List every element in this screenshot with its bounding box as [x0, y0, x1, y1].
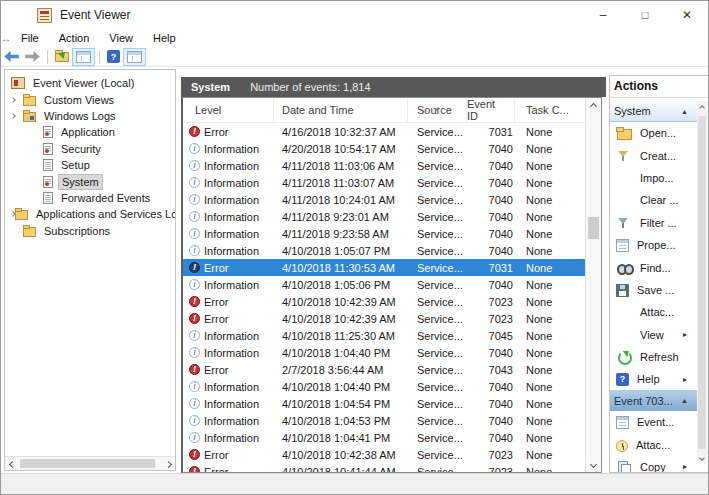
event-row[interactable]: Information 4/11/2018 11:03:06 AM Servic…: [183, 157, 585, 174]
event-row[interactable]: Information 4/10/2018 1:04:40 PM Service…: [183, 344, 585, 361]
datetime-cell: 4/10/2018 1:04:40 PM: [274, 381, 408, 393]
minimize-button[interactable]: –: [582, 1, 624, 29]
action-item[interactable]: Help ▸: [610, 368, 697, 390]
scrollbar-thumb[interactable]: [698, 116, 706, 449]
menu-item[interactable]: Help: [143, 32, 186, 44]
action-item[interactable]: Filter ...: [610, 212, 697, 234]
event-id-cell: 7040: [467, 228, 515, 240]
level-cell: Information: [183, 211, 274, 223]
event-row[interactable]: Information 4/10/2018 1:04:54 PM Service…: [183, 395, 585, 412]
event-row[interactable]: Information 4/11/2018 11:03:07 AM Servic…: [183, 174, 585, 191]
actions-scrollbar[interactable]: [697, 101, 707, 464]
action-item-icon: [616, 304, 632, 320]
action-item[interactable]: Creat...: [610, 144, 697, 166]
tree-item[interactable]: Setup: [5, 157, 175, 173]
export-list-button[interactable]: [52, 48, 72, 66]
maximize-button[interactable]: □: [624, 1, 666, 29]
source-cell: Service...: [408, 245, 467, 257]
action-item[interactable]: Copy ▸: [610, 456, 697, 473]
column-header-source[interactable]: Source: [408, 98, 467, 122]
event-row[interactable]: Information 4/11/2018 9:23:58 AM Service…: [183, 225, 585, 242]
tree-item[interactable]: Application: [5, 124, 175, 140]
menu-item[interactable]: Action: [49, 32, 100, 44]
collapse-icon[interactable]: ▲: [681, 108, 688, 115]
action-item[interactable]: Attac...: [610, 433, 697, 455]
event-row[interactable]: Error 4/10/2018 10:41:44 AM Service... 7…: [183, 463, 585, 472]
scroll-down-arrow[interactable]: [586, 457, 601, 471]
tree-expander-icon[interactable]: [11, 98, 23, 102]
table-vertical-scrollbar[interactable]: [585, 98, 601, 472]
scroll-up-arrow[interactable]: [697, 101, 707, 114]
tree-item-icon: [23, 227, 36, 237]
title-bar[interactable]: Event Viewer – □ ✕: [1, 1, 708, 29]
event-row[interactable]: Information 4/20/2018 10:54:17 AM Servic…: [183, 140, 585, 157]
tree-item[interactable]: Windows Logs: [5, 108, 175, 124]
action-item[interactable]: Save ...: [610, 279, 697, 301]
level-icon: [189, 313, 200, 324]
event-row[interactable]: Error 4/10/2018 10:42:39 AM Service... 7…: [183, 310, 585, 327]
column-header-event-id[interactable]: Event ID: [467, 98, 515, 122]
action-item[interactable]: Open...: [610, 122, 697, 144]
event-row[interactable]: Error 4/10/2018 11:30:53 AM Service... 7…: [183, 259, 585, 276]
actions-group-header[interactable]: System ▲: [610, 101, 697, 122]
menu-item[interactable]: File: [11, 32, 49, 44]
tree-item[interactable]: Event Viewer (Local): [5, 75, 175, 91]
event-row[interactable]: Error 4/10/2018 10:42:39 AM Service... 7…: [183, 293, 585, 310]
scroll-left-arrow[interactable]: [5, 457, 19, 471]
datetime-cell: 4/10/2018 11:25:30 AM: [274, 330, 408, 342]
action-item[interactable]: Impo...: [610, 167, 697, 189]
action-item[interactable]: Prope...: [610, 234, 697, 256]
event-row[interactable]: Information 4/11/2018 9:23:01 AM Service…: [183, 208, 585, 225]
scroll-down-arrow[interactable]: [697, 451, 707, 464]
collapse-icon[interactable]: ▲: [681, 397, 688, 404]
action-item[interactable]: Refresh: [610, 346, 697, 368]
event-row[interactable]: Information 4/10/2018 11:25:30 AM Servic…: [183, 327, 585, 344]
level-cell: Information: [183, 177, 274, 189]
back-button[interactable]: [1, 48, 22, 66]
column-header-level[interactable]: Level: [183, 98, 274, 122]
action-item[interactable]: View ▸: [610, 324, 697, 346]
tree-item[interactable]: Applications and Services Lo: [5, 206, 175, 222]
column-header-datetime[interactable]: Date and Time: [274, 98, 408, 122]
actions-group-header[interactable]: Event 703... ▲: [610, 390, 697, 411]
action-item[interactable]: Event...: [610, 411, 697, 433]
scrollbar-thumb[interactable]: [20, 459, 155, 468]
event-row[interactable]: Information 4/10/2018 1:05:06 PM Service…: [183, 276, 585, 293]
tree-item[interactable]: System: [5, 173, 175, 189]
show-hide-action-pane-button[interactable]: [123, 48, 146, 66]
datetime-cell: 4/10/2018 11:30:53 AM: [274, 262, 408, 274]
action-item[interactable]: Attac...: [610, 301, 697, 323]
show-hide-console-tree-button[interactable]: [72, 48, 95, 66]
column-header-task-category[interactable]: Task C...: [515, 98, 585, 122]
action-item[interactable]: Clear ...: [610, 189, 697, 211]
task-cell: None: [515, 177, 585, 189]
event-row[interactable]: Information 4/11/2018 10:24:01 AM Servic…: [183, 191, 585, 208]
action-item-label: Save ...: [637, 284, 674, 296]
scroll-right-arrow[interactable]: [161, 457, 175, 471]
forward-button[interactable]: [22, 48, 43, 66]
event-row[interactable]: Information 4/10/2018 1:04:53 PM Service…: [183, 412, 585, 429]
source-cell: Service...: [408, 381, 467, 393]
help-button[interactable]: ?: [104, 48, 123, 66]
tree-item[interactable]: Security: [5, 141, 175, 157]
tree-item[interactable]: Forwarded Events: [5, 190, 175, 206]
event-row[interactable]: Error 2/7/2018 3:56:44 AM Service... 704…: [183, 361, 585, 378]
task-cell: None: [515, 160, 585, 172]
source-cell: Service...: [408, 398, 467, 410]
event-row[interactable]: Error 4/10/2018 10:42:38 AM Service... 7…: [183, 446, 585, 463]
event-row[interactable]: Information 4/10/2018 1:05:07 PM Service…: [183, 242, 585, 259]
tree-item[interactable]: Subscriptions: [5, 223, 175, 239]
tree-item[interactable]: Custom Views: [5, 91, 175, 107]
scrollbar-thumb[interactable]: [588, 217, 599, 239]
tree-expander-icon[interactable]: [11, 114, 23, 118]
tree-horizontal-scrollbar[interactable]: [5, 456, 175, 470]
menu-item[interactable]: View: [99, 32, 143, 44]
event-row[interactable]: Information 4/10/2018 1:04:41 PM Service…: [183, 429, 585, 446]
close-button[interactable]: ✕: [666, 1, 708, 29]
action-item[interactable]: Find...: [610, 256, 697, 278]
event-row[interactable]: Information 4/10/2018 1:04:40 PM Service…: [183, 378, 585, 395]
action-item-label: Find...: [640, 262, 671, 274]
event-id-cell: 7023: [467, 449, 515, 461]
event-row[interactable]: Error 4/16/2018 10:32:37 AM Service... 7…: [183, 123, 585, 140]
scroll-up-arrow[interactable]: [586, 99, 601, 113]
